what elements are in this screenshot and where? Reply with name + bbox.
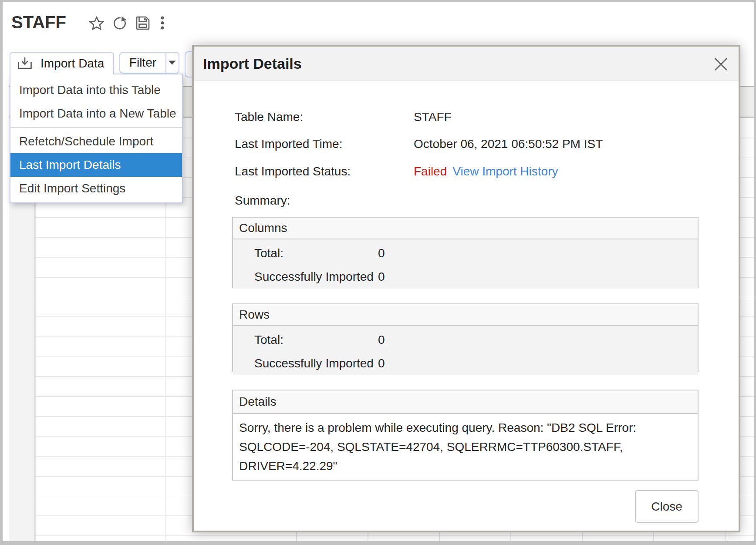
status-failed-text: Failed bbox=[414, 165, 447, 178]
more-vertical-icon[interactable] bbox=[159, 16, 166, 30]
summary-row-total: Total: 0 bbox=[254, 328, 698, 352]
menu-item-refetch-schedule-import[interactable]: Refetch/Schedule Import bbox=[10, 130, 182, 153]
summary-row-successfully-imported: Successfully Imported 0 bbox=[254, 352, 698, 375]
menu-item-last-import-details[interactable]: Last Import Details bbox=[10, 153, 182, 177]
columns-summary-panel: Columns Total: 0 Successfully Imported 0 bbox=[232, 217, 699, 288]
menu-item-import-into-this-table[interactable]: Import Data into this Table bbox=[10, 78, 182, 102]
summary-row-total: Total: 0 bbox=[254, 242, 698, 265]
details-panel: Details Sorry, there is a problem while … bbox=[232, 390, 699, 481]
caret-down-icon bbox=[169, 61, 176, 65]
import-data-menu: Import Data into this Table Import Data … bbox=[10, 74, 183, 203]
save-icon[interactable] bbox=[135, 16, 150, 30]
page-header: STAFF bbox=[0, 0, 756, 48]
dialog-title: Import Details bbox=[203, 55, 302, 72]
import-data-label: Import Data bbox=[40, 57, 104, 71]
import-details-dialog: Import Details Table Name: STAFF Last Im… bbox=[192, 45, 740, 532]
field-label: Last Imported Time: bbox=[235, 137, 414, 151]
panel-body: Total: 0 Successfully Imported 0 bbox=[233, 239, 698, 289]
view-import-history-link[interactable]: View Import History bbox=[452, 165, 558, 178]
summary-row-label: Total: bbox=[254, 333, 378, 347]
filter-dropdown-button[interactable] bbox=[165, 53, 179, 73]
summary-row-value: 0 bbox=[378, 246, 385, 260]
filter-button-group: Filter bbox=[119, 52, 179, 74]
field-value: October 06, 2021 06:50:52 PM IST bbox=[414, 137, 603, 151]
dialog-titlebar: Import Details bbox=[194, 47, 739, 81]
summary-label: Summary: bbox=[235, 192, 290, 209]
import-download-icon bbox=[17, 57, 32, 70]
page-title: STAFF bbox=[11, 10, 66, 34]
app-window: STAFF bbox=[0, 0, 756, 545]
field-label: Last Imported Status: bbox=[235, 165, 414, 178]
panel-title: Details bbox=[233, 390, 698, 414]
import-data-button[interactable]: Import Data bbox=[10, 52, 114, 74]
details-error-text: Sorry, there is a problem while executin… bbox=[233, 414, 698, 476]
summary-row-value: 0 bbox=[378, 357, 385, 370]
summary-row-successfully-imported: Successfully Imported 0 bbox=[254, 265, 698, 289]
rows-summary-panel: Rows Total: 0 Successfully Imported 0 bbox=[232, 303, 699, 372]
panel-title: Columns bbox=[233, 218, 698, 239]
summary-row-value: 0 bbox=[378, 270, 385, 284]
menu-item-edit-import-settings[interactable]: Edit Import Settings bbox=[10, 177, 182, 200]
refresh-icon[interactable] bbox=[112, 16, 127, 30]
menu-item-import-into-new-table[interactable]: Import Data into a New Table bbox=[10, 102, 182, 125]
panel-title: Rows bbox=[233, 304, 698, 326]
menu-divider bbox=[10, 127, 182, 128]
summary-row-value: 0 bbox=[378, 333, 385, 347]
field-last-imported-time: Last Imported Time: October 06, 2021 06:… bbox=[235, 135, 603, 153]
summary-row-label: Successfully Imported bbox=[254, 270, 378, 284]
field-value: STAFF bbox=[414, 110, 452, 124]
star-icon[interactable] bbox=[89, 16, 104, 30]
filter-button[interactable]: Filter bbox=[120, 53, 165, 73]
summary-row-label: Successfully Imported bbox=[254, 357, 378, 370]
close-button[interactable]: Close bbox=[635, 490, 699, 523]
field-table-name: Table Name: STAFF bbox=[235, 108, 452, 126]
dialog-body: Table Name: STAFF Last Imported Time: Oc… bbox=[194, 81, 739, 531]
field-label: Table Name: bbox=[235, 110, 414, 124]
panel-body: Total: 0 Successfully Imported 0 bbox=[233, 326, 698, 375]
field-last-imported-status: Last Imported Status: Failed View Import… bbox=[235, 163, 558, 180]
close-icon[interactable] bbox=[712, 56, 729, 72]
summary-row-label: Total: bbox=[254, 246, 378, 260]
